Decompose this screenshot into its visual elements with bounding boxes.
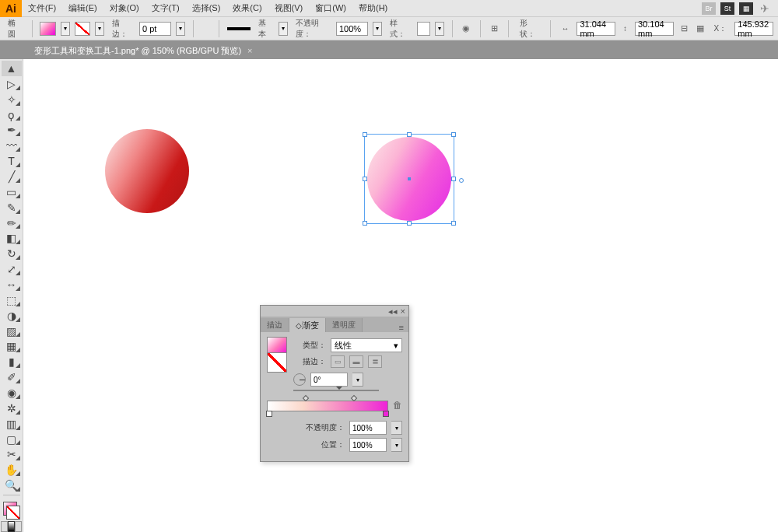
delete-stop-icon[interactable]: 🗑	[388, 400, 402, 411]
hand-tool[interactable]: ✋	[2, 462, 22, 478]
handle-bm[interactable]	[407, 221, 412, 226]
type-tool[interactable]: T	[2, 153, 22, 169]
gradient-tool[interactable]: ▮	[2, 354, 22, 369]
gradient-mode-btn[interactable]	[8, 521, 15, 532]
direct-selection-tool[interactable]: ▷	[2, 76, 22, 92]
handle-bl[interactable]	[363, 221, 367, 226]
arrange-icon[interactable]: ▦	[739, 2, 753, 15]
pencil-tool[interactable]: ✏	[2, 215, 22, 231]
gradient-ramp[interactable]	[267, 401, 388, 411]
corner-grid-icon[interactable]: ▦	[695, 22, 706, 36]
handle-br[interactable]	[451, 221, 456, 226]
scale-tool[interactable]: ⤢	[2, 261, 22, 277]
mesh-tool[interactable]: ▦	[2, 338, 22, 354]
handle-tm[interactable]	[407, 132, 412, 137]
stop-position-input[interactable]: 100%	[349, 438, 387, 452]
menu-help[interactable]: 帮助(H)	[352, 2, 394, 14]
center-point[interactable]	[408, 177, 411, 180]
midpoint-diamond-1[interactable]	[303, 395, 309, 401]
perspective-tool[interactable]: ▨	[2, 324, 22, 339]
menu-view[interactable]: 视图(V)	[268, 2, 310, 14]
menu-file[interactable]: 文件(F)	[22, 2, 62, 14]
panel-tab-gradient[interactable]: ◇ 渐变	[289, 318, 326, 332]
opacity-input[interactable]: 100%	[336, 22, 368, 36]
handle-ml[interactable]	[363, 177, 367, 181]
panel-tab-transparency[interactable]: 透明度	[326, 318, 363, 332]
canvas[interactable]: ◂◂ × 描边 ◇ 渐变 透明度 ≡ 类型： 线性▾	[23, 59, 778, 532]
width-input[interactable]: 31.044 mm	[576, 22, 615, 36]
stroke-swatch[interactable]	[75, 22, 90, 36]
zoom-tool[interactable]: 🔍	[2, 478, 22, 493]
handle-tl[interactable]	[363, 132, 367, 137]
free-transform-tool[interactable]: ⬚	[2, 292, 22, 308]
slice-tool[interactable]: ✂	[2, 446, 22, 462]
eraser-tool[interactable]: ◧	[2, 230, 22, 246]
gradient-stroke-swatch-none[interactable]	[267, 352, 287, 373]
menu-object[interactable]: 对象(O)	[103, 2, 145, 14]
stroke-weight-input[interactable]: 0 pt	[139, 22, 171, 36]
rotate-tool[interactable]: ↻	[2, 246, 22, 261]
graph-tool[interactable]: ▥	[2, 416, 22, 432]
stop-position-label: 位置：	[298, 439, 345, 450]
stroke-within-btn[interactable]: ▭	[331, 355, 345, 368]
panel-collapse-icon[interactable]: ◂◂	[388, 306, 398, 317]
artboard-tool[interactable]: ▢	[2, 432, 22, 447]
stroke-color-swatch[interactable]	[6, 506, 20, 520]
document-tab[interactable]: 变形工具和变换工具-1.png* @ 150% (RGB/GPU 预览) ×	[26, 42, 261, 59]
stroke-dd[interactable]: ▾	[95, 22, 104, 36]
menu-select[interactable]: 选择(S)	[186, 2, 227, 14]
rectangle-tool[interactable]: ▭	[2, 184, 22, 200]
menu-type[interactable]: 文字(T)	[145, 2, 186, 14]
shape-builder-tool[interactable]: ◑	[2, 308, 22, 324]
curvature-tool[interactable]: 〰	[2, 138, 22, 153]
style-swatch[interactable]	[417, 22, 430, 36]
pen-tool[interactable]: ✒	[2, 122, 22, 138]
menu-edit[interactable]: 编辑(E)	[62, 2, 103, 14]
symbol-sprayer-tool[interactable]: ✲	[2, 401, 22, 416]
width-tool[interactable]: ↔	[2, 277, 22, 292]
gpu-icon[interactable]: ✈	[758, 2, 772, 15]
aspect-slider[interactable]	[293, 390, 379, 391]
red-circle-artwork[interactable]	[105, 129, 189, 213]
panel-tab-stroke[interactable]: 描边	[261, 318, 289, 332]
gradient-annotator-end[interactable]	[459, 178, 464, 183]
shape-btn-label[interactable]: 形状：	[517, 18, 542, 40]
eyedropper-tool[interactable]: ✐	[2, 369, 22, 385]
lasso-tool[interactable]: ϙ	[2, 107, 22, 123]
selection-tool[interactable]: ▲	[2, 61, 22, 76]
align-icon[interactable]: ⊞	[489, 22, 500, 36]
menu-effect[interactable]: 效果(C)	[226, 2, 268, 14]
selection-bounding-box[interactable]	[364, 134, 454, 224]
brush-preview[interactable]	[227, 27, 251, 30]
angle-input[interactable]: 0°	[310, 373, 348, 387]
midpoint-diamond-2[interactable]	[351, 395, 357, 401]
panel-close-icon[interactable]: ×	[401, 306, 405, 316]
stroke-across-btn[interactable]: 〓	[368, 355, 382, 368]
link-wh-icon[interactable]: ⊟	[678, 22, 690, 36]
line-tool[interactable]: ╱	[2, 169, 22, 184]
stock-icon[interactable]: St	[720, 2, 734, 15]
recolor-icon[interactable]: ◉	[461, 22, 472, 36]
handle-mr[interactable]	[451, 177, 456, 181]
color-stop-left[interactable]	[266, 411, 272, 417]
stroke-along-btn[interactable]: ▬	[349, 355, 363, 368]
stop-opacity-input[interactable]: 100%	[349, 421, 387, 435]
none-mode-btn[interactable]	[15, 521, 22, 532]
blend-tool[interactable]: ◉	[2, 385, 22, 401]
bridge-icon[interactable]: Br	[702, 2, 716, 15]
color-mode-btn[interactable]	[1, 521, 8, 532]
close-tab-icon[interactable]: ×	[247, 46, 252, 55]
fill-dd[interactable]: ▾	[61, 22, 70, 36]
x-input[interactable]: 145.932 mm	[734, 22, 773, 36]
color-stop-right[interactable]	[383, 411, 389, 417]
gradient-type-select[interactable]: 线性▾	[331, 338, 402, 352]
fill-stroke-swatches[interactable]	[2, 500, 22, 521]
panel-menu-icon[interactable]: ≡	[394, 323, 408, 332]
height-input[interactable]: 30.104 mm	[635, 22, 674, 36]
fill-swatch[interactable]	[40, 22, 55, 36]
magic-wand-tool[interactable]: ✧	[2, 92, 22, 107]
handle-tr[interactable]	[451, 132, 456, 137]
angle-dd[interactable]: ▾	[352, 373, 363, 387]
paintbrush-tool[interactable]: ✎	[2, 200, 22, 215]
menu-window[interactable]: 窗口(W)	[309, 2, 352, 14]
